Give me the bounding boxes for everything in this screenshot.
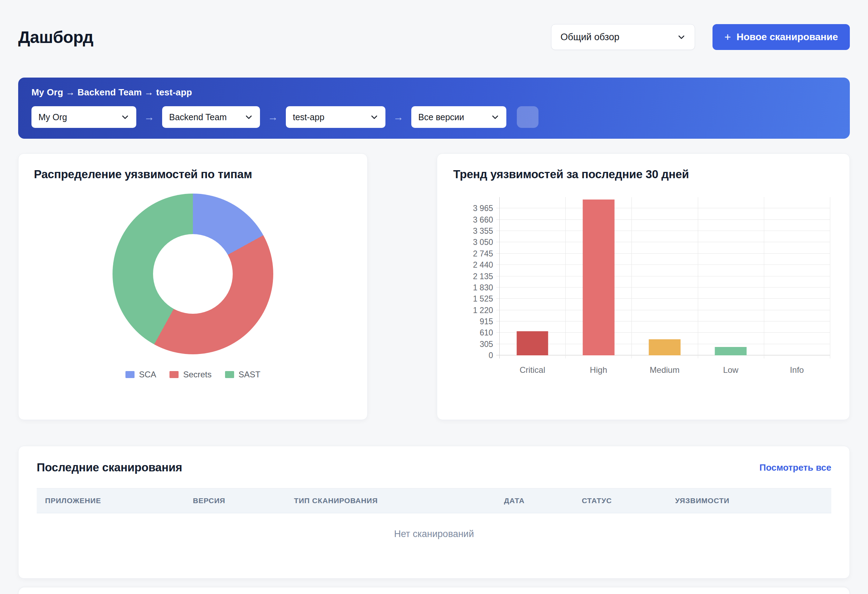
chevron-down-icon bbox=[245, 113, 253, 121]
gridline bbox=[632, 197, 632, 359]
header-controls: Общий обзор + Новое сканирование bbox=[551, 24, 850, 50]
team-select[interactable]: Backend Team bbox=[162, 106, 260, 128]
partial-card bbox=[18, 587, 850, 594]
bar-high bbox=[583, 199, 614, 355]
column-header: ВЕРСИЯ bbox=[193, 496, 294, 505]
column-header: ДАТА bbox=[504, 496, 582, 505]
new-scan-button[interactable]: + Новое сканирование bbox=[713, 24, 850, 50]
legend-label: SCA bbox=[139, 370, 156, 380]
view-select[interactable]: Общий обзор bbox=[551, 24, 695, 50]
legend-label: Secrets bbox=[183, 370, 211, 380]
gridline bbox=[496, 219, 830, 220]
chevron-down-icon bbox=[121, 113, 129, 121]
chevron-down-icon bbox=[491, 113, 499, 121]
scans-empty-state: Нет сканирований bbox=[37, 513, 831, 543]
legend-swatch bbox=[225, 371, 234, 378]
y-tick-label: 2 440 bbox=[473, 260, 493, 270]
legend-item-secrets[interactable]: Secrets bbox=[170, 370, 211, 380]
y-tick-label: 2 135 bbox=[473, 272, 493, 281]
arrow-right-icon: → bbox=[393, 112, 404, 122]
column-header: ТИП СКАНИРОВАНИЯ bbox=[294, 496, 504, 505]
column-header: УЯЗВИМОСТИ bbox=[675, 496, 823, 505]
org-select[interactable]: My Org bbox=[31, 106, 136, 128]
gridline bbox=[698, 197, 698, 359]
plus-icon: + bbox=[724, 31, 731, 43]
donut-card: Распределение уязвимостей по типам SCASe… bbox=[18, 154, 368, 420]
legend-label: SAST bbox=[239, 370, 261, 380]
y-tick-label: 3 660 bbox=[473, 215, 493, 224]
gridline bbox=[496, 242, 830, 242]
gridline bbox=[764, 197, 764, 359]
x-tick-label: Info bbox=[790, 365, 804, 375]
column-header: ПРИЛОЖЕНИЕ bbox=[45, 496, 193, 505]
trend-card-title: Тренд уязвимостей за последние 30 дней bbox=[453, 168, 833, 181]
legend-item-sca[interactable]: SCA bbox=[125, 370, 156, 380]
app-select-value: test-app bbox=[293, 112, 324, 122]
new-scan-button-label: Новое сканирование bbox=[737, 31, 838, 43]
legend-swatch bbox=[125, 371, 134, 378]
x-tick-label: Medium bbox=[650, 365, 679, 375]
breadcrumb-banner: My Org → Backend Team → test-app My Org … bbox=[18, 78, 850, 139]
banner-controls: My Org → Backend Team → test-app → Все в… bbox=[31, 106, 837, 128]
x-tick-label: High bbox=[590, 365, 607, 375]
chevron-down-icon bbox=[370, 113, 378, 121]
page-title: Дашборд bbox=[18, 28, 93, 47]
banner-ghost-button[interactable] bbox=[517, 106, 539, 128]
version-select-value: Все версии bbox=[418, 112, 464, 122]
gridline bbox=[496, 264, 830, 265]
y-tick-label: 1 830 bbox=[473, 283, 493, 292]
donut-chart-area: SCASecretsSAST bbox=[34, 181, 352, 380]
y-tick-label: 3 050 bbox=[473, 238, 493, 247]
trend-card: Тренд уязвимостей за последние 30 дней 0… bbox=[437, 154, 850, 420]
y-tick-label: 3 355 bbox=[473, 226, 493, 236]
y-tick-label: 305 bbox=[480, 339, 493, 349]
x-tick-label: Critical bbox=[520, 365, 545, 375]
top-header: Дашборд Общий обзор + Новое сканирование bbox=[18, 19, 850, 55]
y-tick-label: 2 745 bbox=[473, 249, 493, 258]
gridline bbox=[496, 231, 830, 231]
legend-item-sast[interactable]: SAST bbox=[225, 370, 261, 380]
donut-chart bbox=[112, 194, 273, 354]
bar-chart-plot: 03056109151 2201 5251 8302 1352 4402 745… bbox=[499, 197, 830, 355]
gridline bbox=[496, 310, 830, 310]
gridline bbox=[496, 298, 830, 299]
bar-low bbox=[715, 347, 747, 355]
y-tick-label: 0 bbox=[489, 351, 493, 360]
donut-card-title: Распределение уязвимостей по типам bbox=[34, 168, 352, 181]
gridline bbox=[499, 197, 500, 359]
view-select-value: Общий обзор bbox=[561, 32, 619, 43]
dashboard-page: Дашборд Общий обзор + Новое сканирование… bbox=[0, 0, 868, 594]
scans-title: Последние сканирования bbox=[37, 461, 182, 474]
org-select-value: My Org bbox=[38, 112, 67, 122]
app-select[interactable]: test-app bbox=[286, 106, 385, 128]
y-tick-label: 915 bbox=[480, 316, 493, 326]
gridline bbox=[496, 287, 830, 288]
version-select[interactable]: Все версии bbox=[411, 106, 506, 128]
column-header: СТАТУС bbox=[582, 496, 675, 505]
team-select-value: Backend Team bbox=[169, 112, 227, 122]
donut-legend: SCASecretsSAST bbox=[125, 370, 260, 380]
gridline bbox=[830, 197, 830, 359]
bar-medium bbox=[649, 339, 681, 355]
y-tick-label: 3 965 bbox=[473, 204, 493, 213]
y-tick-label: 1 220 bbox=[473, 305, 493, 315]
arrow-right-icon: → bbox=[268, 112, 278, 122]
x-tick-label: Low bbox=[723, 365, 738, 375]
donut-hole bbox=[153, 234, 233, 314]
y-tick-label: 610 bbox=[480, 328, 493, 337]
gridline bbox=[496, 253, 830, 254]
arrow-right-icon: → bbox=[144, 112, 155, 122]
y-tick-label: 1 525 bbox=[473, 294, 493, 304]
gridline bbox=[565, 197, 566, 359]
breadcrumb: My Org → Backend Team → test-app bbox=[31, 87, 837, 98]
bar-critical bbox=[517, 331, 548, 355]
scans-card-header: Последние сканирования Посмотреть все bbox=[37, 461, 831, 474]
gridline bbox=[496, 208, 830, 208]
view-all-link[interactable]: Посмотреть все bbox=[759, 462, 831, 473]
legend-swatch bbox=[170, 371, 179, 378]
chevron-down-icon bbox=[677, 33, 686, 41]
scans-table-header: ПРИЛОЖЕНИЕВЕРСИЯТИП СКАНИРОВАНИЯДАТАСТАТ… bbox=[37, 488, 831, 513]
gridline bbox=[496, 276, 830, 276]
charts-row: Распределение уязвимостей по типам SCASe… bbox=[18, 154, 850, 420]
scans-card: Последние сканирования Посмотреть все ПР… bbox=[18, 446, 850, 579]
